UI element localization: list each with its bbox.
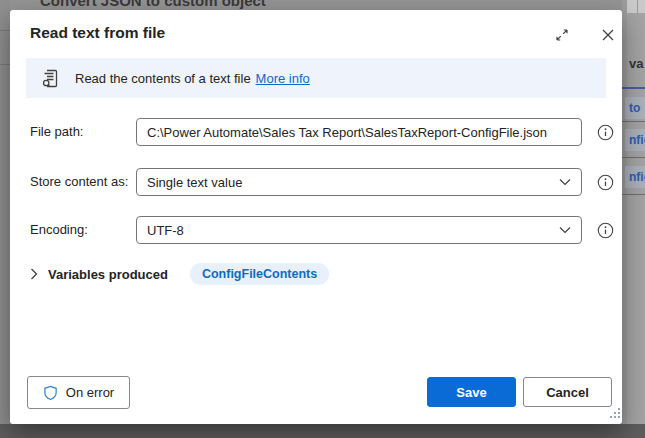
background-action-title: Convert JSON to custom object: [40, 0, 266, 9]
resize-grip[interactable]: [608, 406, 621, 419]
dialog-title: Read text from file: [30, 24, 165, 42]
background-left-strip: [0, 0, 10, 438]
variables-produced-label: Variables produced: [48, 267, 168, 282]
encoding-value: UTF-8: [137, 223, 559, 238]
variables-produced-row: Variables produced ConfigFileContents: [30, 262, 329, 286]
variable-fragment: to: [625, 97, 645, 119]
variable-fragment: nfig: [625, 166, 645, 188]
file-path-label: File path:: [30, 118, 83, 146]
banner-description: Read the contents of a text file: [75, 71, 251, 86]
on-error-button[interactable]: On error: [27, 376, 130, 409]
store-content-as-value: Single text value: [137, 175, 559, 190]
panel-heading-underline: [622, 87, 645, 89]
on-error-label: On error: [66, 385, 114, 400]
file-path-input[interactable]: [137, 119, 581, 145]
file-path-info-icon[interactable]: [596, 123, 614, 141]
more-info-link[interactable]: More info: [256, 71, 310, 86]
encoding-select[interactable]: UTF-8: [136, 216, 582, 244]
panel-top-corner: [627, 0, 645, 13]
background-bottom-strip: [0, 424, 645, 438]
read-text-from-file-dialog: Read text from file Read the contents of…: [10, 10, 622, 424]
store-content-as-info-icon[interactable]: [596, 173, 614, 191]
store-content-as-select[interactable]: Single text value: [136, 168, 582, 196]
encoding-label: Encoding:: [30, 216, 88, 244]
variable-fragment: nfig: [625, 129, 645, 151]
chevron-right-icon[interactable]: [30, 268, 38, 280]
chevron-down-icon: [559, 178, 571, 186]
background-variables-panel: va to nfig nfig: [622, 0, 645, 438]
chevron-down-icon: [559, 226, 571, 234]
cancel-button[interactable]: Cancel: [523, 377, 612, 407]
file-path-field[interactable]: [136, 118, 582, 146]
shield-icon: [43, 385, 58, 401]
variable-pill[interactable]: ConfigFileContents: [190, 263, 329, 285]
read-file-icon: [40, 68, 61, 89]
store-content-as-label: Store content as:: [30, 168, 128, 196]
info-banner: Read the contents of a text file More in…: [26, 58, 606, 98]
panel-heading-fragment: va: [629, 56, 643, 71]
close-icon[interactable]: [597, 24, 619, 46]
expand-dialog-icon[interactable]: [551, 24, 573, 46]
save-button[interactable]: Save: [427, 377, 516, 407]
power-automate-window: Convert JSON to custom object va to nfig…: [0, 0, 645, 438]
encoding-info-icon[interactable]: [596, 221, 614, 239]
